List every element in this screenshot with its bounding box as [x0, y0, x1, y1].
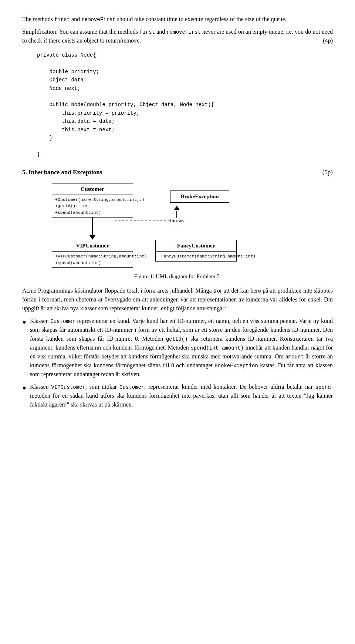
customer-column: Customer +Customer(name:String,amount:in…	[44, 183, 141, 240]
vipcustomer-column: VIPCustomer +VIPCustomer(name:String,amo…	[44, 240, 141, 268]
list-item: ● Klassen Customer representerar en kund…	[22, 317, 333, 379]
fancycustomer-title: FancyCustomer	[156, 240, 236, 252]
keyword-removefirst1: removeFirst	[81, 17, 115, 23]
customer-ref-2: Customer	[119, 384, 144, 390]
main-paragraph: Acme Programmings kösimulator floppade t…	[22, 286, 333, 313]
bottom-row: VIPCustomer +VIPCustomer(name:String,amo…	[44, 240, 311, 268]
simplification-paragraph: Simplification: You can assume that the …	[22, 27, 333, 45]
inheritance-arrow-container	[89, 218, 95, 240]
spend-ref-2: spend	[315, 384, 331, 390]
dashed-line	[115, 220, 170, 220]
bullet-content-2: Klassen VIPCustomer, som utökar Customer…	[30, 382, 333, 409]
customer-title: Customer	[52, 183, 133, 195]
vipcustomer-box: VIPCustomer +VIPCustomer(name:String,amo…	[52, 240, 133, 268]
getid-ref: getId()	[166, 336, 188, 342]
section-points: (5p)	[322, 168, 333, 177]
intro-paragraph: The methods first and removeFirst should…	[22, 15, 333, 24]
customer-body: +Customer(name:String,amount:int,:) +get…	[52, 195, 133, 217]
bullet-content-1: Klassen Customer representerar en kund. …	[30, 317, 333, 379]
uml-diagram: Customer +Customer(name:String,amount:in…	[22, 183, 333, 268]
page-content: The methods first and removeFirst should…	[22, 15, 333, 409]
arrow-head-open	[89, 235, 95, 240]
broke-arrow-head	[174, 206, 180, 210]
bullet-list: ● Klassen Customer representerar en kund…	[22, 317, 333, 409]
list-item-2: ● Klassen VIPCustomer, som utökar Custom…	[22, 382, 333, 409]
throws-label: throws	[170, 217, 184, 225]
brokeexception-title: BrokeException	[170, 191, 229, 203]
figure-caption: Figure 1: UML diagram for Problem 5.	[22, 272, 333, 281]
bullet-dot-1: ●	[22, 317, 26, 327]
keyword-removefirst2: removeFirst	[166, 29, 200, 35]
customer-ref: Customer	[50, 318, 75, 324]
keyword-first1: first	[54, 17, 70, 23]
fancycustomer-body: +FancyCustomer(name:String,amount:int)	[156, 252, 236, 261]
section-header-5: 5. Inheritance and Exceptions (5p)	[22, 168, 333, 177]
vipcustomer-title: VIPCustomer	[52, 240, 133, 252]
spend-ref: spend(int amount)	[190, 345, 243, 351]
fancycustomer-column: FancyCustomer +FancyCustomer(name:String…	[155, 240, 237, 268]
fancycustomer-box: FancyCustomer +FancyCustomer(name:String…	[155, 240, 237, 262]
brokeexception-column: BrokeException throws	[170, 190, 229, 225]
brokeexception-ref: BrokeException	[214, 363, 258, 369]
code-block: private class Node{ double priority; Obj…	[37, 51, 333, 159]
vipcustomer-ref: VIPCustomer	[51, 384, 85, 390]
arrow-line	[92, 218, 93, 235]
points-4p: (4p)	[323, 36, 333, 45]
section-title: Inheritance and Exceptions	[28, 169, 102, 176]
amount-ref: amount	[285, 354, 304, 360]
customer-box: Customer +Customer(name:String,amount:in…	[52, 183, 133, 218]
vipcustomer-body: +VIPCustomer(name:String,amount:int) +sp…	[52, 252, 133, 267]
brokeexception-box: BrokeException	[170, 190, 229, 203]
section-number: 5.	[22, 169, 27, 176]
bullet-dot-2: ●	[22, 383, 26, 393]
keyword-first2: first	[139, 29, 155, 35]
